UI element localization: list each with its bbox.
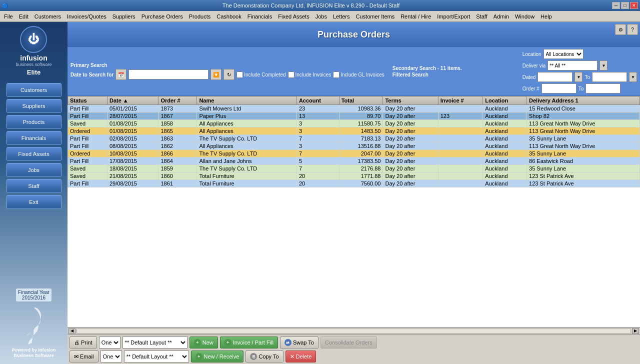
include-gl-invoices-check[interactable] (333, 72, 340, 78)
include-invoices-check[interactable] (288, 72, 294, 78)
col-header-name[interactable]: Name (197, 96, 297, 105)
col-header-date[interactable]: Date ▲ (107, 96, 158, 105)
email-button[interactable]: ✉ Email (70, 350, 98, 362)
menu-item-invoicesquotes[interactable]: Invoices/Quotes (64, 12, 110, 20)
print-button[interactable]: 🖨 Print (70, 336, 97, 348)
sidebar-item-products[interactable]: Products (6, 115, 62, 129)
table-row[interactable]: Ordered10/08/20151866The TV Supply Co. L… (68, 150, 640, 158)
maximize-button[interactable]: □ (621, 2, 629, 9)
dated-dropdown[interactable]: ▼ (574, 72, 582, 82)
email-copies-select[interactable]: One (100, 350, 122, 362)
sidebar-item-staff[interactable]: Staff (6, 179, 62, 193)
status-cell: Part Fill (68, 105, 108, 112)
table-row[interactable]: Part Fill02/08/20151863The TV Supply Co.… (68, 135, 640, 142)
sidebar-item-suppliers[interactable]: Suppliers (6, 99, 62, 113)
menu-item-products[interactable]: Products (186, 12, 214, 20)
print-copies-select[interactable]: One (99, 336, 120, 348)
invoice-cell (438, 180, 483, 188)
menu-item-customeritems[interactable]: Customer Items (353, 12, 398, 20)
table-row[interactable]: Saved01/08/20151858All Appliances311580.… (68, 120, 640, 128)
col-header-location[interactable]: Location (483, 96, 527, 105)
deliver-via-input[interactable] (548, 60, 598, 70)
menu-item-help[interactable]: Help (538, 12, 555, 20)
scroll-left-btn[interactable]: ◀ (68, 328, 76, 334)
menu-item-rentalhire[interactable]: Rental / Hire (398, 12, 434, 20)
status-cell: Ordered (68, 150, 108, 158)
menu-item-letters[interactable]: Letters (330, 12, 353, 20)
col-header-terms[interactable]: Terms (383, 96, 438, 105)
close-button[interactable]: ✕ (630, 2, 638, 9)
menu-item-cashbook[interactable]: Cashbook (214, 12, 244, 20)
right-filters: Location All Locations Deliver via ▼ Dat… (522, 49, 637, 94)
new-receive-button[interactable]: + New / Receive (191, 350, 244, 362)
location-cell: Auckland (483, 128, 527, 135)
menu-item-window[interactable]: Window (512, 12, 538, 20)
order-to-label: To (578, 86, 584, 92)
invoice-icon: + (224, 339, 232, 346)
include-completed-check[interactable] (236, 72, 243, 78)
minimize-button[interactable]: ─ (612, 2, 620, 9)
table-row[interactable]: Part Fill28/07/20151867Paper Plus1389.70… (68, 112, 640, 120)
filter-icon[interactable]: 🔽 (210, 69, 222, 80)
logo-elite: Elite (27, 68, 40, 76)
new-button[interactable]: + New (190, 336, 218, 348)
menu-item-fixedassets[interactable]: Fixed Assets (275, 12, 312, 20)
menu-item-staff[interactable]: Staff (473, 12, 490, 20)
help-icon[interactable]: ? (627, 24, 638, 35)
col-header-order[interactable]: Order # (158, 96, 197, 105)
menu-item-suppliers[interactable]: Suppliers (110, 12, 138, 20)
dated-to-dropdown[interactable]: ▼ (629, 72, 637, 82)
email-label: Email (80, 354, 94, 360)
table-row[interactable]: Saved21/08/20151860Total Furniture201771… (68, 172, 640, 180)
layout-select-1[interactable]: ** Default Layout ** (122, 336, 188, 348)
order-from-input[interactable] (542, 84, 576, 94)
invoice-part-fill-button[interactable]: + Invoice / Part Fill (220, 336, 278, 348)
col-header-status[interactable]: Status (68, 96, 108, 105)
col-header-deliveryaddress[interactable]: Delivery Address 1 (527, 96, 640, 105)
search-input[interactable] (128, 70, 208, 80)
sidebar-item-fixed assets[interactable]: Fixed Assets (6, 147, 62, 161)
col-header-invoice[interactable]: Invoice # (438, 96, 483, 105)
date-picker-button[interactable]: 📅 (116, 69, 126, 80)
account-cell: 20 (296, 180, 339, 188)
delete-button[interactable]: ✕ Delete (286, 350, 316, 362)
menu-item-customers[interactable]: Customers (32, 12, 64, 20)
dated-to-input[interactable] (592, 72, 627, 82)
date-cell: 02/08/2015 (107, 135, 158, 142)
menu-item-admin[interactable]: Admin (490, 12, 512, 20)
table-row[interactable]: Part Fill08/08/20151862All Appliances313… (68, 142, 640, 150)
order-to-input[interactable] (586, 84, 620, 94)
location-select[interactable]: All Locations (544, 49, 584, 59)
menu-item-file[interactable]: File (1, 12, 16, 20)
horizontal-scrollbar[interactable]: ◀ ▶ (68, 327, 640, 334)
menu-item-purchaseorders[interactable]: Purchase Orders (138, 12, 186, 20)
menu-item-jobs[interactable]: Jobs (312, 12, 330, 20)
table-row[interactable]: Saved18/08/20151859The TV Supply Co. LTD… (68, 165, 640, 172)
table-row[interactable]: Part Fill29/08/20151861Total Furniture20… (68, 180, 640, 188)
col-header-account[interactable]: Account (296, 96, 339, 105)
order-cell: 1858 (158, 120, 197, 128)
deliveryaddress-cell: 86 Eastwick Road (527, 158, 640, 165)
sidebar-item-customers[interactable]: Customers (6, 83, 62, 97)
settings-icon[interactable]: ⚙ (615, 24, 626, 35)
scroll-track[interactable] (76, 328, 631, 334)
sidebar-item-exit[interactable]: Exit (6, 195, 62, 209)
copy-to-button[interactable]: ⎘ Copy To (246, 350, 283, 362)
dated-from-input[interactable] (538, 72, 572, 82)
status-cell: Part Fill (68, 112, 108, 120)
menu-item-importexport[interactable]: Import/Export (434, 12, 473, 20)
scroll-right-btn[interactable]: ▶ (632, 328, 639, 334)
table-row[interactable]: Ordered01/08/20151865All Appliances31483… (68, 128, 640, 135)
deliver-via-dropdown[interactable]: ▼ (600, 60, 608, 70)
swap-to-button[interactable]: ⇄ Swap To (280, 336, 318, 348)
refresh-button[interactable]: ↻ (224, 69, 234, 80)
menu-item-financials[interactable]: Financials (244, 12, 276, 20)
layout-select-2[interactable]: ** Default Layout ** (124, 350, 189, 362)
sidebar-item-jobs[interactable]: Jobs (6, 163, 62, 177)
menu-item-edit[interactable]: Edit (16, 12, 32, 20)
consolidate-button[interactable]: Consolidate Orders (320, 336, 377, 348)
table-row[interactable]: Part Fill05/01/20151873Swift Mowers Ltd2… (68, 105, 640, 112)
table-row[interactable]: Part Fill17/08/20151864Allan and Jane Jo… (68, 158, 640, 165)
col-header-total[interactable]: Total (339, 96, 383, 105)
sidebar-item-financials[interactable]: Financials (6, 131, 62, 145)
